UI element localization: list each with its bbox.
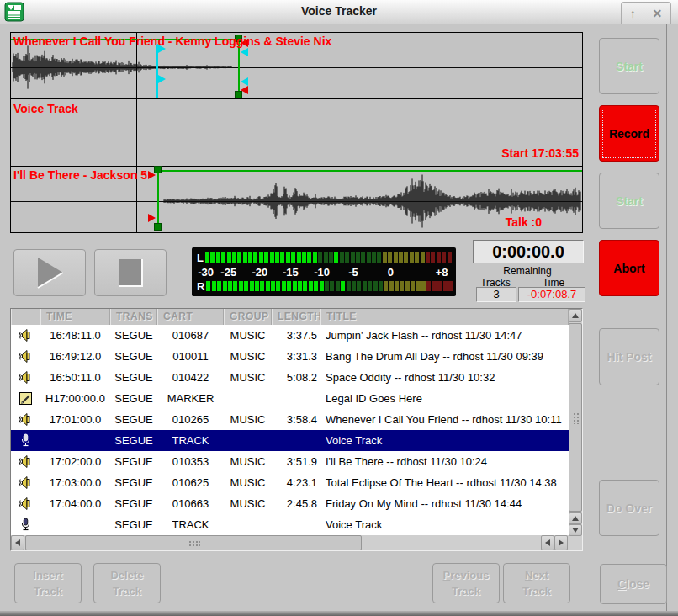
close-window-icon[interactable]: ✕ (652, 8, 662, 19)
log-row-selected[interactable]: SEGUETRACKVoice Track (11, 430, 569, 451)
horizontal-scroll-thumb[interactable] (25, 535, 362, 550)
previous-track-button[interactable]: PreviousTrack (432, 563, 500, 603)
meter-segment (217, 281, 221, 291)
log-cell-trans: SEGUE (110, 392, 157, 405)
meter-segment (250, 281, 254, 291)
meter-segment (377, 252, 381, 263)
track3-start-handle-bottom[interactable] (148, 214, 156, 222)
start-track3-button[interactable]: Start (599, 173, 659, 229)
delete-track-button[interactable]: DeleteTrack (93, 563, 161, 603)
track1-fade-end-handle-bottom[interactable] (241, 77, 248, 86)
meter-segment (297, 252, 301, 263)
scroll-up-button[interactable] (569, 309, 582, 322)
track3-start-marker-line[interactable] (157, 167, 159, 231)
meter-segment (431, 252, 435, 263)
log-cell-cart: 010625 (157, 476, 224, 489)
log-row[interactable]: SEGUETRACKVoice Track (11, 514, 569, 535)
log-cell-group: MUSIC (224, 476, 272, 489)
insert-track-button[interactable]: InsertTrack (14, 563, 82, 603)
log-cell-group: MUSIC (224, 350, 272, 363)
scroll-left-button-2[interactable] (541, 535, 554, 550)
meter-segment (291, 252, 295, 263)
record-button[interactable]: Record (599, 105, 659, 162)
meter-segment (324, 252, 328, 263)
meter-segment (341, 281, 345, 291)
log-cell-time: 17:02:00.0 (40, 455, 110, 468)
meter-scale-tick: +8 (436, 266, 448, 279)
log-header-length: LENGTH (272, 309, 320, 325)
log-row[interactable]: H17:00:00.0SEGUEMARKERLegal ID Goes Here (11, 388, 569, 409)
track-editor-canvas[interactable]: Whenever I Call You Friend - Kenny Loggi… (10, 32, 583, 233)
track2-start-time: Start 17:03:55 (501, 146, 579, 160)
log-cell-trans: SEGUE (110, 455, 157, 468)
abort-button[interactable]: Abort (599, 240, 659, 296)
track1-end-handle-bottom[interactable] (241, 86, 248, 94)
speaker-icon (11, 328, 40, 343)
hit-post-button[interactable]: Hit Post (599, 328, 659, 385)
scroll-right-button[interactable] (554, 535, 568, 550)
log-header-icon-column (11, 309, 40, 325)
meter-segment (271, 281, 275, 291)
meter-segment (410, 252, 414, 263)
log-row[interactable]: 17:03:00.0SEGUE010625MUSIC4:23.1Total Ec… (11, 472, 569, 493)
meter-scale-tick: -30 (198, 266, 214, 279)
meter-segment (237, 252, 241, 263)
meter-scale-tick: -15 (283, 266, 299, 279)
meter-segment (383, 252, 387, 263)
titlebar-buttons: ↑ ✕ (621, 2, 671, 24)
vertical-scrollbar[interactable] (569, 309, 582, 550)
meter-segment (367, 252, 371, 263)
start-track1-button[interactable]: Start (599, 38, 659, 94)
meter-segment (287, 281, 291, 291)
log-row[interactable]: 16:48:11.0SEGUE010687MUSIC3:37.5Jumpin' … (11, 325, 569, 346)
meter-scale: -30-25-20-15-10-50+8 (197, 266, 451, 278)
track3-talk-time: Talk :0 (506, 215, 542, 229)
horizontal-scrollbar[interactable] (11, 535, 569, 550)
meter-segment (357, 281, 361, 291)
meter-segment (368, 281, 372, 291)
log-row[interactable]: 17:04:00.0SEGUE010663MUSIC2:45.8Friday O… (11, 493, 569, 514)
meter-segment (448, 252, 452, 263)
log-row[interactable]: 17:01:00.0SEGUE010265MUSIC3:58.4Whenever… (11, 409, 569, 430)
meter-segment (320, 281, 324, 291)
meter-segment (280, 252, 284, 263)
meter-segment (426, 281, 431, 291)
track3-marker-handle-bottom[interactable] (154, 223, 162, 231)
scroll-down-button[interactable] (569, 524, 582, 536)
shade-window-icon[interactable]: ↑ (630, 8, 636, 19)
meter-segment (395, 281, 399, 291)
log-header-group: GROUP (224, 309, 272, 325)
waveform-display (11, 33, 582, 232)
log-header-cart: CART (157, 309, 224, 325)
meter-segment (266, 281, 270, 291)
meter-segment (330, 281, 334, 291)
log-row[interactable]: 16:49:12.0SEGUE010011MUSIC3:31.3Bang The… (11, 346, 569, 367)
close-button[interactable]: Close (600, 564, 667, 604)
meter-segment (421, 252, 425, 263)
log-row[interactable]: 17:02:00.0SEGUE010353MUSIC3:51.9I'll Be … (11, 451, 569, 472)
microphone-icon (11, 433, 40, 448)
log-cell-cart: 010265 (157, 413, 224, 426)
meter-segment (293, 281, 297, 291)
window-right-edge (666, 24, 667, 611)
log-row[interactable]: 16:50:11.0SEGUE010422MUSIC5:08.2Space Od… (11, 367, 569, 388)
log-cell-time: 16:49:12.0 (40, 350, 110, 363)
meter-left-segments (205, 252, 452, 263)
scroll-left-button[interactable] (11, 535, 24, 550)
do-over-button[interactable]: Do Over (599, 480, 659, 536)
log-cell-length: 3:51.9 (272, 455, 320, 468)
track1-fade-handle-bottom[interactable] (158, 75, 166, 83)
meter-segment (303, 281, 307, 291)
stop-button[interactable] (94, 249, 167, 296)
vertical-scroll-thumb[interactable] (569, 323, 582, 512)
play-button[interactable] (13, 249, 86, 296)
meter-segment (329, 252, 333, 263)
log-list: TIME TRANS CART GROUP LENGTH TITLE 16:48… (10, 308, 583, 551)
next-track-button[interactable]: NextTrack (503, 563, 570, 603)
titlebar[interactable]: Voice Tracker ↑ ✕ (0, 0, 678, 24)
track3-start-handle-top[interactable] (148, 171, 156, 179)
scroll-up-button-2[interactable] (569, 512, 582, 524)
speaker-icon (11, 370, 40, 385)
track1-fade-end-handle-top[interactable] (241, 48, 248, 56)
log-cell-title: Legal ID Goes Here (320, 392, 569, 405)
